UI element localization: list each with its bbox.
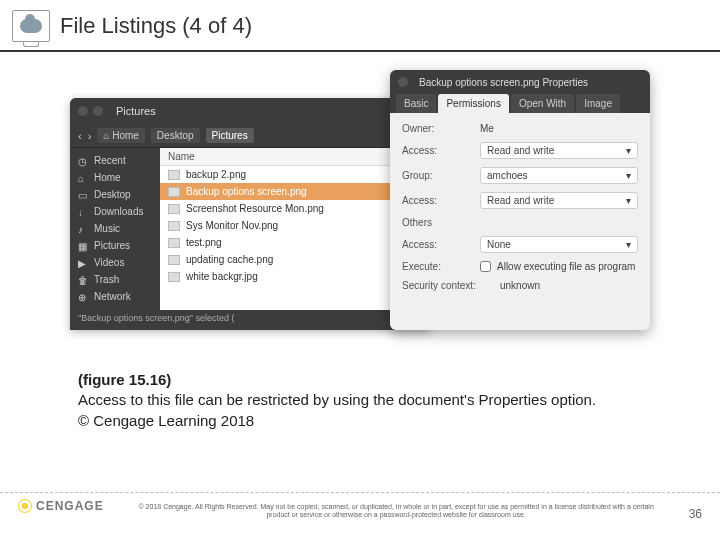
sidebar-item-trash[interactable]: 🗑Trash xyxy=(70,271,160,288)
sidebar-item-desktop[interactable]: ▭Desktop xyxy=(70,186,160,203)
network-icon: ⊕ xyxy=(78,292,88,302)
breadcrumb-desktop[interactable]: Desktop xyxy=(151,128,200,143)
fm-sidebar: ◷Recent ⌂Home ▭Desktop ↓Downloads ♪Music… xyxy=(70,148,160,310)
sidebar-item-downloads[interactable]: ↓Downloads xyxy=(70,203,160,220)
access-label: Access: xyxy=(402,145,472,156)
caption-text: Access to this file can be restricted by… xyxy=(78,390,720,410)
slide-footer: CENGAGE © 2018 Cengage. All Rights Reser… xyxy=(0,492,720,540)
fm-toolbar: ‹ › ⌂ Home Desktop Pictures xyxy=(70,124,430,148)
group-access-select[interactable]: Read and write▾ xyxy=(480,192,638,209)
image-file-icon xyxy=(168,272,180,282)
home-icon: ⌂ xyxy=(78,173,88,183)
image-file-icon xyxy=(168,255,180,265)
sidebar-item-pictures[interactable]: ▦Pictures xyxy=(70,237,160,254)
tab-basic[interactable]: Basic xyxy=(396,94,436,113)
group-select[interactable]: amchoes▾ xyxy=(480,167,638,184)
execute-checkbox[interactable]: Allow executing file as program xyxy=(480,261,635,272)
prop-body: Owner:Me Access:Read and write▾ Group:am… xyxy=(390,113,650,309)
owner-access-select[interactable]: Read and write▾ xyxy=(480,142,638,159)
trash-icon: 🗑 xyxy=(78,275,88,285)
back-icon[interactable]: ‹ xyxy=(78,130,82,142)
owner-label: Owner: xyxy=(402,123,472,134)
fm-window-title: Pictures xyxy=(116,105,156,117)
image-file-icon xyxy=(168,170,180,180)
security-context-label: Security context: xyxy=(402,280,492,291)
access-label: Access: xyxy=(402,195,472,206)
desktop-icon: ▭ xyxy=(78,190,88,200)
figure-number: (figure 15.16) xyxy=(78,370,720,390)
sidebar-item-recent[interactable]: ◷Recent xyxy=(70,152,160,169)
page-number: 36 xyxy=(689,499,702,521)
download-icon: ↓ xyxy=(78,207,88,217)
video-icon: ▶ xyxy=(78,258,88,268)
fm-titlebar: Pictures xyxy=(70,98,430,124)
prop-window-title: Backup options screen.png Properties xyxy=(419,77,588,88)
close-icon[interactable] xyxy=(398,77,408,87)
tab-image[interactable]: Image xyxy=(576,94,620,113)
prop-titlebar: Backup options screen.png Properties xyxy=(390,70,650,94)
clock-icon: ◷ xyxy=(78,156,88,166)
forward-icon[interactable]: › xyxy=(88,130,92,142)
cloud-monitor-icon xyxy=(12,10,50,42)
image-file-icon xyxy=(168,238,180,248)
caption-credit: © Cengage Learning 2018 xyxy=(78,411,720,431)
sidebar-item-videos[interactable]: ▶Videos xyxy=(70,254,160,271)
pictures-icon: ▦ xyxy=(78,241,88,251)
home-icon: ⌂ xyxy=(103,130,109,141)
copyright-text: © 2018 Cengage. All Rights Reserved. May… xyxy=(104,499,689,520)
slide-header: File Listings (4 of 4) xyxy=(0,0,720,52)
sidebar-item-home[interactable]: ⌂Home xyxy=(70,169,160,186)
execute-label: Execute: xyxy=(402,261,472,272)
figure-caption: (figure 15.16) Access to this file can b… xyxy=(78,370,720,431)
access-label: Access: xyxy=(402,239,472,250)
close-icon[interactable] xyxy=(78,106,88,116)
sidebar-item-network[interactable]: ⊕Network xyxy=(70,288,160,305)
group-label: Group: xyxy=(402,170,472,181)
music-icon: ♪ xyxy=(78,224,88,234)
owner-value: Me xyxy=(480,123,638,134)
slide-title: File Listings (4 of 4) xyxy=(60,13,252,39)
others-access-select[interactable]: None▾ xyxy=(480,236,638,253)
prop-tabs: Basic Permissions Open With Image xyxy=(390,94,650,113)
minimize-icon[interactable] xyxy=(93,106,103,116)
chevron-down-icon: ▾ xyxy=(626,145,631,156)
tab-permissions[interactable]: Permissions xyxy=(438,94,508,113)
chevron-down-icon: ▾ xyxy=(626,170,631,181)
chevron-down-icon: ▾ xyxy=(626,195,631,206)
sidebar-item-music[interactable]: ♪Music xyxy=(70,220,160,237)
properties-dialog: Backup options screen.png Properties Bas… xyxy=(390,70,650,330)
image-file-icon xyxy=(168,187,180,197)
security-context-value: unknown xyxy=(500,280,638,291)
cengage-logo: CENGAGE xyxy=(18,499,104,513)
breadcrumb-home[interactable]: ⌂ Home xyxy=(97,128,145,143)
breadcrumb-current[interactable]: Pictures xyxy=(206,128,254,143)
image-file-icon xyxy=(168,221,180,231)
image-file-icon xyxy=(168,204,180,214)
figure-screenshot: Pictures ‹ › ⌂ Home Desktop Pictures ◷Re… xyxy=(70,70,650,350)
tab-open-with[interactable]: Open With xyxy=(511,94,574,113)
file-manager-window: Pictures ‹ › ⌂ Home Desktop Pictures ◷Re… xyxy=(70,98,430,330)
chevron-down-icon: ▾ xyxy=(626,239,631,250)
sun-icon xyxy=(18,499,32,513)
fm-statusbar: "Backup options screen.png" selected ( xyxy=(70,310,430,330)
others-label: Others xyxy=(402,217,472,228)
